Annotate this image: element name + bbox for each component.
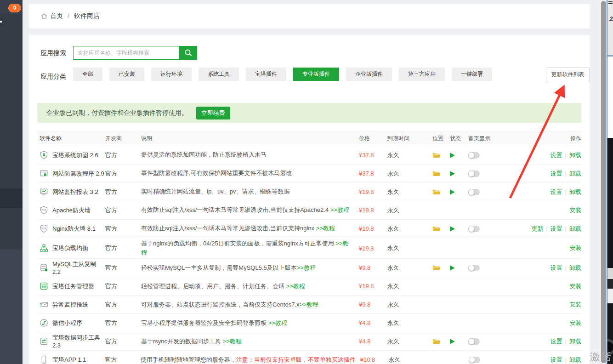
update-software-list-button[interactable]: 更新软件列表	[546, 67, 590, 82]
expire-time: 永久	[387, 264, 432, 272]
action-link[interactable]: 设置	[551, 152, 562, 159]
folder-icon[interactable]	[432, 171, 441, 177]
folder-icon[interactable]	[432, 189, 441, 195]
category-tab-9[interactable]: 一键部署	[452, 68, 492, 81]
action-link[interactable]: 卸载	[569, 264, 581, 271]
category-tab-6[interactable]: 专业版插件	[293, 68, 339, 81]
renew-now-button[interactable]: 立即续费	[196, 107, 230, 119]
running-status-icon[interactable]	[450, 339, 455, 344]
action-link[interactable]: 卸载	[569, 338, 581, 345]
homepage-display-toggle[interactable]	[468, 171, 480, 177]
price: ¥19.8	[359, 225, 374, 232]
column-header: 软件名称	[37, 135, 105, 142]
vendor: 官方	[105, 170, 141, 178]
action-link[interactable]: 卸载	[569, 356, 581, 363]
homepage-display-toggle[interactable]	[468, 189, 480, 195]
category-tab-3[interactable]: 运行环境	[151, 68, 192, 81]
notification-badge[interactable]: 0	[8, 4, 21, 12]
price: ¥19.8	[359, 188, 374, 195]
homepage-display-toggle[interactable]	[469, 357, 480, 363]
vendor: 官方	[105, 151, 141, 159]
expire-time: 永久	[387, 319, 432, 327]
search-label: 应用搜索	[40, 49, 66, 57]
category-tab-1[interactable]: 全部	[73, 68, 102, 81]
action-link[interactable]: 设置	[551, 225, 562, 232]
action-link[interactable]: 卸载	[569, 188, 581, 195]
tutorial-link[interactable]: >>教程	[297, 264, 316, 271]
category-tab-7[interactable]: 企业版插件	[346, 68, 392, 81]
collapsed-sidebar: 0	[0, 0, 23, 364]
table-row: 微信小程序 官方 宝塔小程序提供服务器监控及安全扫码登录面板 >>教程 ¥4.8…	[37, 314, 581, 332]
action-link[interactable]: 安装	[569, 301, 581, 308]
category-tab-5[interactable]: 宝塔插件	[246, 68, 286, 81]
breadcrumb-home-link[interactable]: 首页	[50, 12, 63, 20]
action-link[interactable]: 安装	[569, 245, 581, 251]
action-link[interactable]: 卸载	[569, 152, 581, 159]
vendor: 官方	[105, 264, 141, 272]
expiry-notice: 企业版已到期，付费插件和企业版插件暂停使用。 立即续费	[37, 103, 581, 123]
category-tab-4[interactable]: 系统工具	[199, 68, 239, 81]
homepage-display-toggle[interactable]	[468, 338, 480, 345]
action-link[interactable]: 设置	[551, 170, 562, 177]
action-link[interactable]: 更新	[531, 225, 543, 232]
running-status-icon[interactable]	[450, 189, 455, 195]
tutorial-link[interactable]: >>教程	[316, 225, 335, 232]
expire-time: 永久	[388, 356, 433, 364]
homepage-display-toggle[interactable]	[468, 226, 480, 232]
tutorial-link[interactable]: >>教程	[330, 206, 349, 213]
folder-icon[interactable]	[432, 338, 441, 345]
column-header: 状态	[450, 135, 468, 142]
search-button[interactable]	[180, 46, 197, 60]
database-icon	[40, 263, 48, 272]
table-row: 宝塔数据同步工具 2.3 官方 基于rsync开发的数据同步工具 >>教程 ¥4…	[37, 332, 581, 351]
action-link[interactable]: 安装	[569, 283, 581, 290]
search-input[interactable]	[73, 46, 180, 60]
running-status-icon[interactable]	[450, 171, 455, 176]
action-link[interactable]: 卸载	[569, 225, 581, 232]
tutorial-link[interactable]: >>教程	[286, 283, 305, 290]
software-store-panel: 应用搜索 应用分类 全部已安装运行环境系统工具宝塔插件专业版插件企业版插件第三方…	[29, 35, 590, 364]
folder-icon[interactable]	[432, 152, 441, 159]
table-row: MySQL主从复制 2.2 官方 轻松实现MySQL一主多从复制，需要MySQL…	[37, 259, 581, 277]
category-list: 全部已安装运行环境系统工具宝塔插件专业版插件企业版插件第三方应用一键部署	[73, 68, 492, 81]
expire-time: 永久	[387, 151, 432, 159]
expire-time: 永久	[387, 244, 432, 252]
action-link[interactable]: 安装	[569, 319, 581, 326]
running-status-icon[interactable]	[450, 265, 455, 271]
plugin-name: MySQL主从复制 2.2	[52, 260, 105, 275]
action-link[interactable]: 设置	[551, 264, 562, 271]
sidebar-active-item[interactable]	[0, 188, 23, 208]
folder-icon[interactable]	[432, 265, 441, 271]
table-header: 软件名称开发商说明价格到期时间位置状态首页显示操作	[37, 131, 581, 146]
column-header: 价格	[359, 135, 387, 142]
table-row: WAF Apache防火墙 官方 有效防止sql注入/xss/一句话木马等常见渗…	[37, 201, 581, 220]
tutorial-link[interactable]: >>教程	[300, 301, 318, 308]
sidebar-lower-section	[0, 250, 23, 364]
action-link[interactable]: 设置	[551, 338, 562, 345]
running-status-icon[interactable]	[450, 226, 455, 232]
vendor: 官方	[105, 319, 141, 327]
action-link[interactable]: 卸载	[569, 170, 581, 177]
expire-time: 永久	[387, 337, 432, 346]
tutorial-link[interactable]: >>教程	[223, 338, 242, 345]
tutorial-link[interactable]: >>教程	[268, 319, 287, 326]
breadcrumb: 首页 / 软件商店	[29, 4, 590, 28]
action-link[interactable]: 设置	[551, 356, 562, 363]
plugin-name: 宝塔系统加固 2.6	[52, 151, 98, 159]
browser-scrollbar-thumb[interactable]	[601, 1, 606, 363]
homepage-display-toggle[interactable]	[468, 152, 480, 159]
running-status-icon[interactable]	[450, 153, 455, 158]
background-window-dark-area	[607, 138, 613, 268]
folder-icon[interactable]	[432, 226, 441, 232]
plugin-description: 事件型防篡改程序,可有效保护网站重要文件不被木马篡改	[141, 169, 359, 178]
mail-push-icon	[40, 300, 48, 309]
action-link[interactable]: 设置	[551, 188, 562, 195]
category-tab-2[interactable]: 已安装	[109, 68, 144, 81]
plugin-description: 有效防止sql注入/xss/一句话木马等常见渗透攻击,当前仅支持Apache2.…	[141, 205, 359, 215]
category-tab-8[interactable]: 第三方应用	[399, 68, 445, 81]
action-separator: |	[565, 264, 567, 271]
action-link[interactable]: 安装	[569, 207, 581, 214]
table-row: 网站监控报表 3.2 官方 实时精确统计网站流量、ip、uv、pv、请求、蜘蛛等…	[37, 183, 581, 201]
homepage-display-toggle[interactable]	[468, 265, 480, 271]
action-separator: |	[565, 188, 567, 195]
